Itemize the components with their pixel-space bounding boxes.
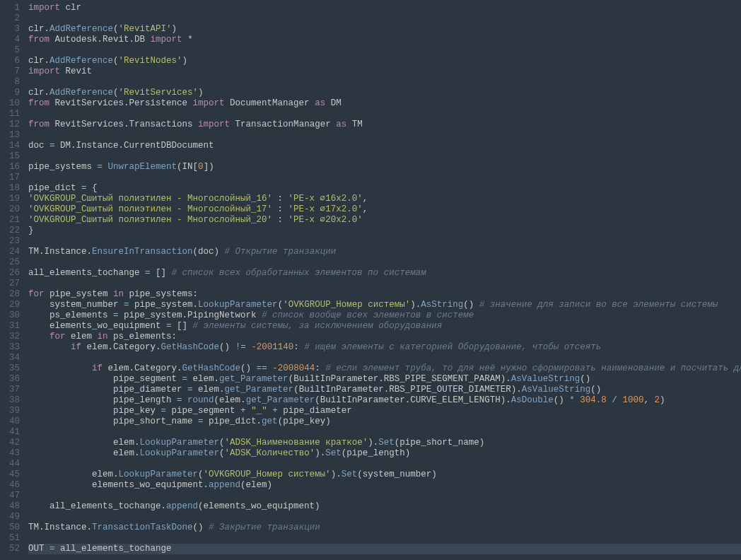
line-number: 12 — [0, 119, 20, 130]
code-line[interactable]: 'OVKGROUP_Сшитый полиэтилен - Многослойн… — [28, 204, 741, 215]
code-line[interactable] — [28, 236, 741, 247]
token-com: # значение для записи во все элементы си… — [479, 300, 718, 310]
token-op: (pipe_key) — [278, 416, 331, 426]
code-line[interactable] — [28, 13, 741, 24]
code-line[interactable]: clr.AddReference('RevitServices') — [28, 88, 741, 98]
code-line[interactable]: pipe_segment = elem.get_Parameter(BuiltI… — [28, 374, 741, 385]
token-op: : — [172, 332, 177, 342]
token-op: . — [87, 523, 93, 532]
line-number: 9 — [0, 88, 20, 98]
token-kw: in — [98, 332, 108, 342]
code-line[interactable]: } — [28, 226, 741, 236]
code-line[interactable]: system_number = pipe_system.LookupParame… — [28, 300, 741, 310]
code-line[interactable]: import Revit — [28, 66, 741, 77]
token-op: [] — [156, 268, 172, 278]
code-line[interactable]: elements_wo_equipment = [] # элементы си… — [28, 321, 741, 332]
code-line[interactable] — [28, 491, 741, 501]
token-op: () — [193, 523, 209, 532]
token-op: , — [363, 194, 368, 204]
token-fn: AsString — [421, 300, 463, 310]
code-line[interactable]: pipe_systems = UnwrapElement(IN[0]) — [28, 162, 741, 173]
code-line[interactable] — [28, 173, 741, 183]
token-op: . — [161, 501, 167, 511]
token-op: . — [45, 56, 50, 66]
code-line[interactable]: 'OVKGROUP_Сшитый полиэтилен - Многослойн… — [28, 215, 741, 226]
code-line[interactable]: clr.AddReference('RevitAPI') — [28, 24, 741, 35]
code-line[interactable]: if elem.Category.GetHashCode() != -20011… — [28, 342, 741, 353]
code-line[interactable]: pipe_dict = { — [28, 183, 741, 194]
code-line[interactable]: pipe_diameter = elem.get_Parameter(Built… — [28, 385, 741, 395]
code-line[interactable]: for pipe_system in pipe_systems: — [28, 289, 741, 300]
token-op: . — [506, 395, 511, 405]
code-line[interactable] — [28, 459, 741, 469]
token-str: 'OVKGROUP_Номер системы' — [283, 300, 410, 310]
token-id: doc — [28, 141, 49, 151]
code-line[interactable]: elem.LookupParameter('ADSK_Количество').… — [28, 448, 741, 459]
token-fn: Set — [342, 469, 358, 479]
code-line[interactable] — [28, 45, 741, 56]
code-line[interactable]: TM.Instance.TransactionTaskDone() # Закр… — [28, 523, 741, 533]
token-id: clr — [28, 88, 45, 98]
code-line[interactable]: elem.LookupParameter('ADSK_Наименование … — [28, 438, 741, 448]
token-id: elements_wo_equipment — [92, 480, 204, 490]
token-op: . — [129, 35, 135, 45]
token-op: : — [278, 215, 284, 225]
token-id: ps_elements — [49, 310, 113, 320]
line-number: 3 — [0, 24, 20, 35]
token-str: "_" — [251, 406, 267, 416]
code-line[interactable]: for elem in ps_elements: — [28, 332, 741, 342]
code-line[interactable]: elements_wo_equipment.append(elem) — [28, 480, 741, 491]
code-line[interactable]: from RevitServices.Persistence import Do… — [28, 98, 741, 109]
code-line[interactable] — [28, 279, 741, 289]
code-line[interactable] — [28, 109, 741, 119]
token-id: elem — [66, 332, 98, 342]
token-opcol: = — [145, 268, 151, 278]
code-line[interactable] — [28, 151, 741, 162]
token-fn: EnsureInTransaction — [92, 247, 193, 257]
code-line[interactable] — [28, 130, 741, 141]
code-line[interactable]: pipe_length = round(elem.get_Parameter(B… — [28, 395, 741, 406]
token-num: 2 — [654, 395, 660, 405]
code-line[interactable]: ps_elements = pipe_system.PipingNetwork … — [28, 310, 741, 321]
code-line[interactable]: OUT = all_elements_tochange — [28, 544, 741, 554]
token-fn: LookupParameter — [140, 438, 220, 448]
code-line[interactable] — [28, 77, 741, 88]
code-line[interactable]: if elem.Category.GetHashCode() == -20080… — [28, 363, 741, 374]
token-op: () — [554, 395, 570, 405]
code-line[interactable]: pipe_short_name = pipe_dict.get(pipe_key… — [28, 416, 741, 427]
code-line[interactable]: TM.Instance.EnsureInTransaction(doc) # О… — [28, 247, 741, 257]
code-area[interactable]: import clrclr.AddReference('RevitAPI')fr… — [28, 0, 741, 560]
token-id: pipe_short_name — [113, 416, 198, 426]
code-line[interactable] — [28, 257, 741, 268]
code-line[interactable]: 'OVKGROUP_Сшитый полиэтилен - Многослойн… — [28, 194, 741, 204]
code-line[interactable]: import clr — [28, 3, 741, 13]
code-line[interactable]: clr.AddReference('RevitNodes') — [28, 56, 741, 66]
token-fn: AsValueString — [511, 374, 580, 384]
line-number: 20 — [0, 204, 20, 215]
line-number: 25 — [0, 257, 20, 268]
token-op: . — [516, 385, 522, 395]
line-number: 46 — [0, 480, 20, 491]
code-line[interactable]: from Autodesk.Revit.DB import * — [28, 35, 741, 45]
token-op: ( — [278, 300, 284, 310]
code-line[interactable] — [28, 353, 741, 363]
token-op: ) — [331, 469, 337, 479]
token-fn: get_Parameter — [225, 385, 294, 395]
token-kw: from — [28, 119, 49, 129]
code-line[interactable] — [28, 427, 741, 438]
code-line[interactable]: elem.LookupParameter('OVKGROUP_Номер сис… — [28, 469, 741, 480]
line-number: 14 — [0, 141, 20, 151]
code-line[interactable]: doc = DM.Instance.CurrentDBDocument — [28, 141, 741, 151]
token-op: . — [108, 342, 114, 352]
token-com: # Открытие транзакции — [225, 247, 337, 257]
code-line[interactable]: from RevitServices.Transactions import T… — [28, 119, 741, 130]
token-op: (doc) — [193, 247, 225, 257]
code-line[interactable]: all_elements_tochange = [] # список всех… — [28, 268, 741, 279]
code-editor[interactable]: 1234567891011121314151617181920212223242… — [0, 0, 741, 560]
code-line[interactable]: pipe_key = pipe_segment + "_" + pipe_dia… — [28, 406, 741, 416]
code-line[interactable]: all_elements_tochange.append(elements_wo… — [28, 501, 741, 512]
token-kw: import — [28, 3, 60, 13]
code-line[interactable] — [28, 512, 741, 523]
token-op: ) — [315, 448, 320, 458]
code-line[interactable] — [28, 533, 741, 544]
